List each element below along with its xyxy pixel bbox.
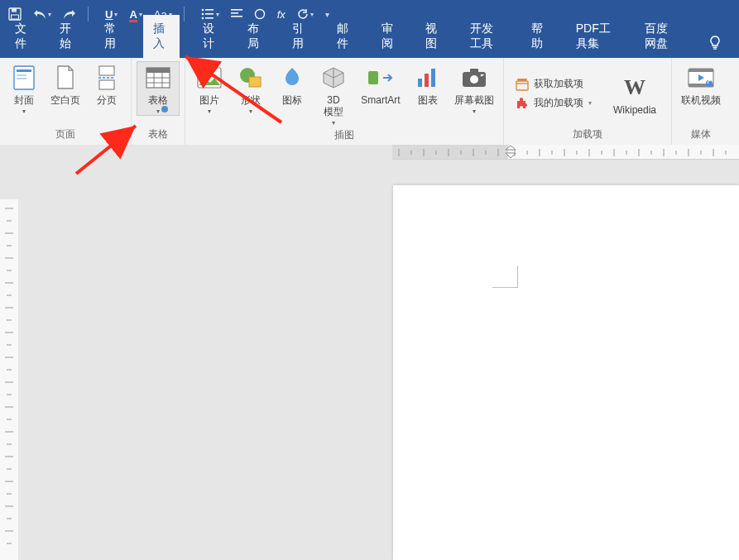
tab-devtools[interactable]: 开发工具 <box>465 15 508 58</box>
blank-page-button[interactable]: 空白页 <box>46 61 84 106</box>
svg-rect-11 <box>231 16 242 17</box>
svg-rect-36 <box>470 69 478 73</box>
svg-rect-16 <box>17 69 31 72</box>
3d-models-label: 3D 模型 <box>324 94 343 117</box>
svg-rect-30 <box>249 77 261 87</box>
icons-icon <box>279 65 305 91</box>
dropdown-icon: ▾ <box>208 108 211 115</box>
blank-page-label: 空白页 <box>50 94 80 106</box>
chart-label: 图表 <box>418 94 438 106</box>
indent-marker-icon[interactable] <box>505 145 516 159</box>
svg-rect-10 <box>231 12 238 14</box>
cube-icon <box>320 65 347 91</box>
group-pages-label: 页面 <box>5 126 126 143</box>
tab-home[interactable]: 开始 <box>55 15 81 58</box>
addins-stack: 获取加载项 我的加载项 ▾ <box>514 74 593 113</box>
font-color-button[interactable]: A ▾ <box>129 8 142 21</box>
align-icon <box>231 9 242 19</box>
shapes-icon <box>238 65 264 91</box>
document-page[interactable] <box>393 185 739 560</box>
tab-insert[interactable]: 插入 <box>143 15 180 58</box>
group-addins-label: 加载项 <box>509 126 666 143</box>
shapes-button[interactable]: 形状 ▾ <box>232 61 270 115</box>
fx-button[interactable]: fx <box>277 8 286 21</box>
tab-references[interactable]: 引用 <box>287 15 314 58</box>
table-button[interactable]: 表格 ▾ <box>137 61 180 116</box>
wikipedia-icon: W <box>621 74 648 101</box>
svg-rect-9 <box>231 9 242 11</box>
group-pages: 封面 ▾ 空白页 分页 页面 <box>0 58 132 145</box>
svg-rect-34 <box>431 69 435 87</box>
page-break-button[interactable]: 分页 <box>88 61 126 106</box>
online-video-icon <box>688 65 714 91</box>
group-media: 联机视频 媒体 <box>672 58 730 145</box>
3d-models-button[interactable]: 3D 模型 ▾ <box>314 61 353 127</box>
svg-rect-33 <box>425 74 429 87</box>
tab-pdf[interactable]: PDF工具集 <box>571 15 622 58</box>
cover-page-button[interactable]: 封面 ▾ <box>5 61 43 115</box>
tab-mailings[interactable]: 邮件 <box>332 15 358 58</box>
tab-review[interactable]: 审阅 <box>377 15 403 58</box>
svg-rect-32 <box>418 79 422 87</box>
icons-button[interactable]: 图标 <box>273 61 311 106</box>
cover-page-icon <box>11 65 37 91</box>
blank-page-icon <box>52 65 79 91</box>
screenshot-button[interactable]: + 屏幕截图 ▾ <box>450 61 498 115</box>
my-addins-label: 我的加载项 <box>534 96 583 110</box>
horizontal-ruler[interactable] <box>18 145 739 160</box>
svg-rect-17 <box>17 74 26 76</box>
wikipedia-label: Wikipedia <box>613 104 656 116</box>
svg-rect-18 <box>17 78 26 79</box>
page-break-icon <box>94 65 120 91</box>
online-video-label: 联机视频 <box>681 94 721 106</box>
tab-layout[interactable]: 布局 <box>242 15 269 58</box>
svg-rect-40 <box>516 81 528 90</box>
svg-point-44 <box>706 80 713 87</box>
picture-icon <box>196 65 223 91</box>
table-icon <box>145 65 171 91</box>
tab-baidu[interactable]: 百度网盘 <box>640 15 683 58</box>
ribbon: 封面 ▾ 空白页 分页 页面 <box>0 58 739 146</box>
tab-file[interactable]: 文件 <box>10 15 36 58</box>
svg-rect-22 <box>146 68 170 73</box>
fx-icon: fx <box>277 8 286 21</box>
document-area <box>0 145 739 560</box>
icons-label: 图标 <box>282 94 302 106</box>
dropdown-icon: ▾ <box>22 108 26 115</box>
svg-rect-14 <box>713 49 717 50</box>
online-video-button[interactable]: 联机视频 <box>677 61 725 106</box>
page-break-label: 分页 <box>97 94 117 106</box>
svg-point-28 <box>202 72 207 77</box>
customize-qat-button[interactable]: ▾ <box>325 10 329 19</box>
svg-rect-4 <box>205 9 214 11</box>
svg-point-3 <box>201 9 204 12</box>
wikipedia-button[interactable]: W Wikipedia <box>608 71 661 116</box>
tab-design[interactable]: 设计 <box>198 15 224 58</box>
smartart-button[interactable]: SmartArt <box>356 61 405 106</box>
smartart-label: SmartArt <box>361 94 400 106</box>
get-addins-button[interactable]: 获取加载项 <box>516 77 592 91</box>
tab-help[interactable]: 帮助 <box>526 15 553 58</box>
svg-rect-19 <box>99 66 114 75</box>
group-illustrations: 图片 ▾ 形状 ▾ 图标 3D 模型 ▾ <box>185 58 504 145</box>
screenshot-label: 屏幕截图 <box>454 94 494 106</box>
group-illustrations-label: 插图 <box>190 127 498 144</box>
pictures-button[interactable]: 图片 ▾ <box>190 61 228 115</box>
store-icon <box>516 78 529 91</box>
align-button[interactable] <box>231 9 242 19</box>
my-addins-button[interactable]: 我的加载项 ▾ <box>516 96 592 110</box>
svg-rect-13 <box>713 47 717 48</box>
tell-me-button[interactable] <box>701 31 729 58</box>
chart-icon <box>415 65 441 91</box>
bulb-icon <box>708 36 722 50</box>
smartart-icon <box>367 65 394 91</box>
tab-view[interactable]: 视图 <box>420 15 447 58</box>
tab-common[interactable]: 常用 <box>99 15 126 58</box>
dropdown-icon: ▾ <box>473 108 476 115</box>
dropdown-icon: ▾ <box>332 119 335 127</box>
table-label: 表格 <box>148 94 168 106</box>
chart-button[interactable]: 图表 <box>409 61 447 106</box>
dropdown-icon: ▾ <box>249 108 252 115</box>
vertical-ruler[interactable] <box>0 159 18 560</box>
svg-rect-42 <box>689 69 713 72</box>
